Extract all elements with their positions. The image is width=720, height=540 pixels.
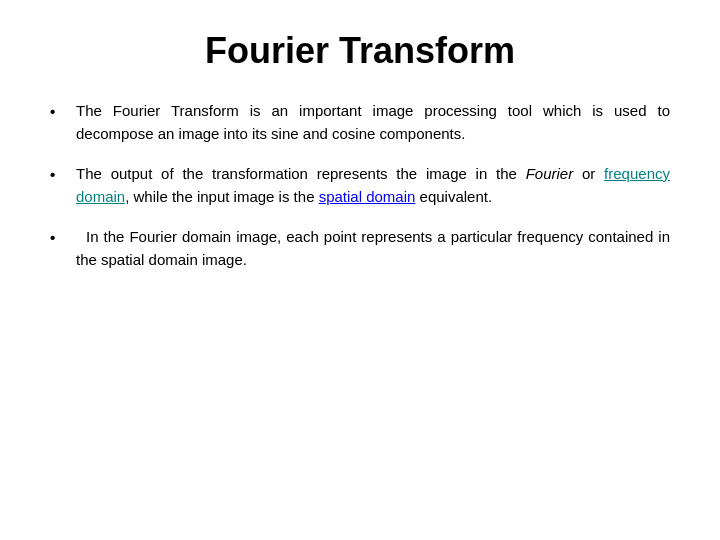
bullet-dot-1: • bbox=[50, 101, 70, 124]
bullet-item-3: • In the Fourier domain image, each poin… bbox=[50, 226, 670, 271]
bullet-text-3: In the Fourier domain image, each point … bbox=[76, 226, 670, 271]
bullet-text-1: The Fourier Transform is an important im… bbox=[76, 100, 670, 145]
bullet-list: • The Fourier Transform is an important … bbox=[50, 100, 670, 289]
slide-container: Fourier Transform • The Fourier Transfor… bbox=[0, 0, 720, 540]
slide-title: Fourier Transform bbox=[50, 30, 670, 72]
bullet-text-2: The output of the transformation represe… bbox=[76, 163, 670, 208]
bullet-item-2: • The output of the transformation repre… bbox=[50, 163, 670, 208]
spatial-domain-link[interactable]: spatial domain bbox=[319, 188, 416, 205]
bullet-dot-3: • bbox=[50, 227, 70, 250]
bullet-item-1: • The Fourier Transform is an important … bbox=[50, 100, 670, 145]
bullet-dot-2: • bbox=[50, 164, 70, 187]
